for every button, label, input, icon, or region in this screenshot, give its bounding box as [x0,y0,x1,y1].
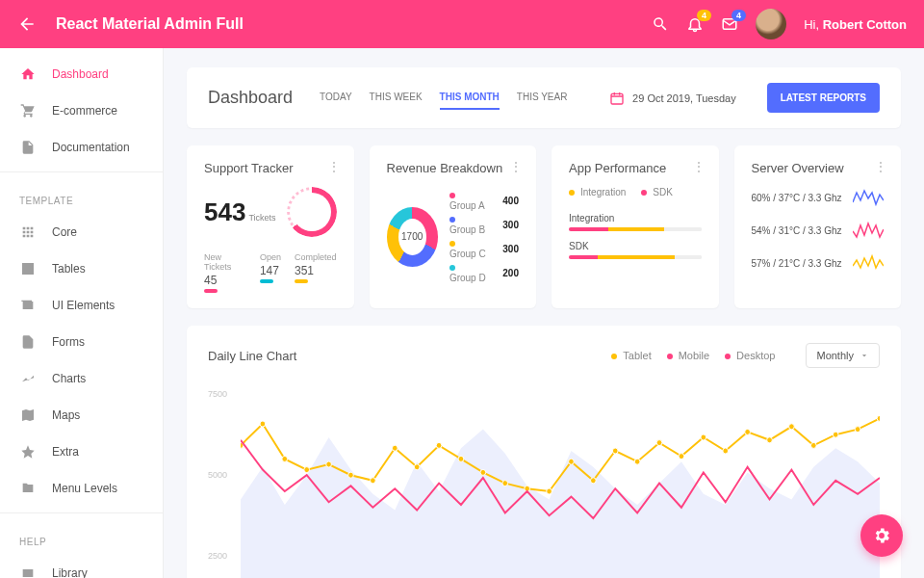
sidebar-item-documentation[interactable]: Documentation [0,129,163,166]
perf-row-integration-label: Integration [569,213,702,223]
sidebar-section-template: TEMPLATE [0,178,163,214]
stat-completed: Completed351 [295,250,337,293]
tab-this-month[interactable]: THIS MONTH [440,86,500,110]
settings-fab[interactable] [860,514,903,557]
support-percent: 64% [293,193,331,231]
home-icon [19,66,37,82]
library-icon [19,565,37,578]
topbar-right: 4 4 Hi, Robert Cotton [652,9,907,39]
svg-point-23 [701,434,706,440]
support-stats: New Tickets45 Open147 Completed351 [204,250,337,293]
folder-icon [19,481,37,496]
perf-row-sdk-label: SDK [569,241,702,251]
svg-point-5 [304,467,310,473]
svg-point-14 [502,481,508,486]
sidebar-item-forms[interactable]: Forms [0,324,163,360]
svg-point-10 [414,464,420,470]
tab-today[interactable]: TODAY [320,86,352,110]
page-title: Dashboard [208,88,293,108]
svg-point-19 [612,448,618,454]
table-icon [19,261,37,276]
support-ticket-count: 543Tickets [204,197,276,227]
card-menu-button[interactable]: ⋮ [692,159,706,174]
app-title: React Material Admin Full [56,15,244,33]
star-icon [19,444,37,460]
tab-this-year[interactable]: THIS YEAR [517,86,568,110]
topbar: React Material Admin Full 4 4 Hi, Robert… [0,0,924,48]
perf-row-sdk-bar [569,255,702,259]
sidebar-item-label: Extra [52,445,79,459]
svg-point-7 [348,472,354,478]
search-button[interactable] [652,15,669,33]
stat-new-tickets: New Tickets45 [204,250,246,293]
notifications-button[interactable]: 4 [686,15,704,33]
layers-icon [19,298,37,313]
arrow-back-icon [17,14,37,34]
avatar[interactable] [756,9,786,39]
sidebar-item-core[interactable]: Core [0,214,163,250]
chevron-down-icon [860,351,869,360]
sidebar-item-menu-levels[interactable]: Menu Levels [0,470,163,507]
card-server-overview: ⋮ Server Overview 60% / 37°C / 3.3 Ghz 5… [734,145,902,308]
mail-badge: 4 [732,10,746,21]
sidebar-item-ecommerce[interactable]: E-commerce [0,92,163,129]
latest-reports-button[interactable]: LATEST REPORTS [767,83,880,113]
sidebar-item-ui-elements[interactable]: UI Elements [0,287,163,324]
date-display[interactable]: 29 Oct 2019, Tuesday [609,91,736,106]
card-title: App Performance [569,161,702,175]
sidebar-item-label: Library [52,566,88,578]
sidebar-item-charts[interactable]: Charts [0,360,163,397]
sidebar-item-label: Dashboard [52,67,109,81]
mail-button[interactable]: 4 [721,15,738,33]
svg-point-22 [679,454,684,460]
sidebar-item-tables[interactable]: Tables [0,250,163,287]
tab-this-week[interactable]: THIS WEEK [370,86,423,110]
back-button[interactable] [17,14,37,34]
sidebar-item-label: Tables [52,262,86,276]
svg-point-4 [282,456,288,461]
svg-point-8 [371,478,376,484]
map-icon [19,407,37,423]
server-row-1: 54% / 31°C / 3.3 Ghz [752,220,885,241]
sparkline-icon [853,252,884,274]
svg-point-9 [392,445,398,451]
sidebar-item-extra[interactable]: Extra [0,434,163,470]
svg-rect-1 [611,93,623,104]
sidebar-item-library[interactable]: Library [0,555,163,578]
card-title: Support Tracker [204,161,337,175]
svg-point-24 [723,448,729,454]
card-menu-button[interactable]: ⋮ [874,159,887,174]
svg-point-26 [767,437,773,443]
sparkline-icon [853,220,884,241]
sidebar-item-label: UI Elements [52,299,115,312]
greeting: Hi, Robert Cotton [804,17,907,32]
sidebar-section-help: HELP [0,519,163,555]
cart-icon [19,103,37,118]
svg-point-20 [634,459,640,464]
svg-point-27 [789,424,795,430]
revenue-total: 1700 [398,219,426,255]
svg-point-17 [569,459,575,464]
chart-range-select[interactable]: Monthly [806,343,880,368]
svg-point-3 [260,421,266,427]
stat-open: Open147 [260,250,281,293]
range-tabs: TODAY THIS WEEK THIS MONTH THIS YEAR [320,86,567,110]
card-title: Server Overview [752,161,885,175]
svg-point-30 [855,427,860,433]
sidebar-item-label: Maps [52,408,80,422]
chart-title: Daily Line Chart [208,349,297,363]
card-support-tracker: ⋮ Support Tracker 543Tickets 64% New Tic… [187,145,354,308]
sidebar-item-label: E-commerce [52,104,117,118]
chart-legend: Tablet Mobile Desktop Monthly [611,343,880,368]
card-menu-button[interactable]: ⋮ [327,159,341,174]
svg-point-21 [656,440,662,446]
chart-icon [19,371,37,386]
svg-point-13 [480,469,486,475]
card-menu-button[interactable]: ⋮ [509,159,523,174]
support-donut: 64% [287,187,337,237]
sidebar-item-label: Charts [52,372,86,385]
sidebar-item-maps[interactable]: Maps [0,397,163,434]
card-title: Revenue Breakdown [387,161,520,175]
sidebar-item-label: Menu Levels [52,482,117,495]
sidebar-item-dashboard[interactable]: Dashboard [0,56,163,92]
